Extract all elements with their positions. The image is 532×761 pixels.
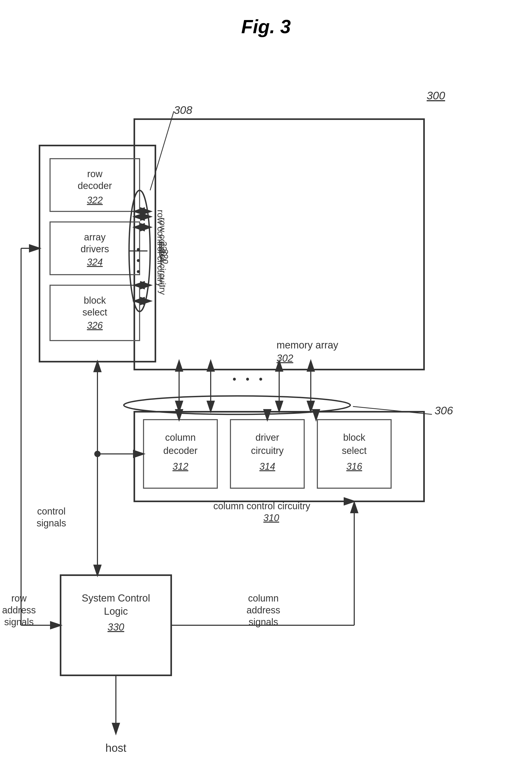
ref-308-label: 308 — [174, 104, 192, 116]
svg-text:signals: signals — [249, 616, 278, 627]
svg-text:•: • — [136, 244, 140, 255]
row-address-label: row — [11, 593, 27, 604]
junction-dot — [94, 451, 101, 457]
system-control-ref: 330 — [107, 621, 124, 633]
svg-text:•: • — [233, 373, 236, 385]
system-control-box — [61, 575, 171, 675]
col-decoder-text: column — [165, 432, 196, 443]
svg-text:decoder: decoder — [163, 445, 197, 456]
memory-array-label: memory array — [277, 339, 338, 351]
block-select-326-text: block — [84, 295, 106, 306]
row-decoder-box — [50, 159, 139, 211]
svg-text:select: select — [342, 445, 367, 456]
ref-306-label: 306 — [435, 404, 453, 417]
svg-text:circuitry: circuitry — [251, 445, 284, 456]
driver-circuitry-text: driver — [255, 432, 279, 443]
system-control-text1: System Control — [81, 593, 150, 604]
array-drivers-box — [50, 222, 139, 275]
memory-array-ref: 302 — [277, 353, 293, 364]
ref-300-label: 300 — [427, 89, 445, 102]
row-bus-ellipse — [129, 190, 150, 312]
memory-array-box — [134, 119, 424, 370]
driver-circuitry-ref: 314 — [259, 461, 275, 472]
svg-text:•: • — [136, 266, 140, 277]
svg-text:decoder: decoder — [78, 180, 112, 191]
row-decoder-text: row — [87, 168, 103, 179]
svg-text:row control circuitry: row control circuitry — [156, 210, 166, 287]
block-select-316-ref: 316 — [346, 461, 362, 472]
block-select-316-text: block — [343, 432, 366, 443]
row-control-ref: 320 — [160, 249, 170, 264]
host-label: host — [105, 742, 127, 754]
col-address-label: column — [248, 593, 279, 604]
control-signals-label: control — [37, 506, 66, 517]
col-bus-ellipse — [124, 396, 350, 414]
svg-text:address: address — [2, 605, 36, 615]
ref-308-line — [150, 111, 174, 190]
driver-circuitry-box — [231, 420, 304, 488]
row-control-label: row control circuitry — [158, 218, 168, 295]
svg-text:signals: signals — [4, 616, 34, 627]
svg-text:•: • — [259, 373, 263, 385]
col-decoder-ref: 312 — [173, 461, 188, 472]
col-control-label: column control circuitry — [213, 500, 310, 511]
svg-text:drivers: drivers — [80, 244, 109, 254]
system-control-text2: Logic — [104, 606, 128, 617]
page-title: Fig. 3 — [0, 16, 532, 37]
block-select-326-box — [50, 285, 139, 341]
svg-text:signals: signals — [37, 518, 66, 529]
row-circuitry-box — [39, 146, 155, 362]
col-control-ref: 310 — [263, 512, 279, 523]
svg-text:•: • — [136, 255, 140, 266]
svg-text:320: 320 — [159, 241, 169, 256]
array-drivers-ref: 324 — [87, 257, 103, 267]
row-decoder-ref: 322 — [87, 195, 103, 205]
svg-text:select: select — [82, 307, 107, 318]
col-circuitry-box — [134, 412, 424, 501]
svg-text:•: • — [246, 373, 249, 385]
array-drivers-text: array — [84, 232, 106, 243]
block-select-316-box — [317, 420, 391, 488]
svg-text:address: address — [246, 605, 280, 615]
col-decoder-box — [143, 420, 217, 488]
block-select-326-ref: 326 — [87, 320, 103, 331]
ref-306-line — [353, 406, 432, 414]
